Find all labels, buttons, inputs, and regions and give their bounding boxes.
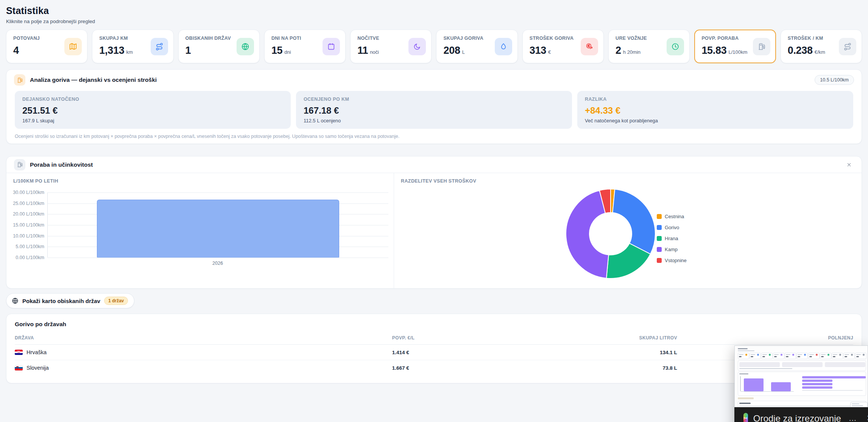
map-icon [64,38,82,55]
thumb-shape [774,354,779,355]
legend-label: Vstopnine [665,258,687,263]
gridline [48,258,388,258]
fuel-analysis-cards: DEJANSKO NATOČENO251.51 €167.9 L skupajO… [15,91,853,129]
thumb-shape [774,356,777,357]
stat-card-skupaj-goriva[interactable]: SKUPAJ GORIVA208L [436,30,517,63]
route-icon [155,42,164,51]
thumb-shape [739,374,748,374]
stat-card-unit: km [126,49,132,55]
stat-card-label: OBISKANIH DRŽAV [185,36,231,41]
fuel-pump-icon [14,74,25,86]
close-icon[interactable] [844,160,854,170]
thumb-shape [863,354,865,356]
route-icon [151,38,168,55]
stat-card-value: 0.238 [788,45,813,56]
thumb-shape [804,354,806,356]
thumb-shape [821,354,826,355]
thumb-shape [782,362,823,367]
fuel-pump-icon [14,159,25,170]
cost-donut-chart: RAZDELITEV VSEH STROŠKOV CestninaGorivoH… [394,173,862,289]
stat-card-text: DNI NA POTI15dni [271,36,301,63]
legend-swatch [657,247,662,252]
snip-screenshot-thumbnail[interactable] [734,345,868,407]
legend-label: Kamp [665,247,678,252]
thumb-shape [769,354,771,356]
thumb-shape [786,354,790,355]
table-title: Gorivo po državah [15,314,853,332]
liters-cell: 73.8 L [510,365,677,371]
fuel-analysis-card-razlika: RAZLIKA+84.33 €Več natočenega kot porabl… [577,91,853,129]
avg-price-cell: 1.667 € [392,365,510,371]
column-header-skupaj-litrov: SKUPAJ LITROV [510,335,677,341]
stat-card-value-row: 2h 20min [616,45,647,56]
gridline [48,192,388,193]
fuel-card-label: DEJANSKO NATOČENO [22,97,283,102]
si-flag-icon [15,365,23,370]
fuel-card-sub: 112.5 L ocenjeno [304,118,564,123]
stat-card-ure-vo-nje[interactable]: URE VOŽNJE2h 20min [608,30,690,63]
legend-item-gorivo[interactable]: Gorivo [657,222,687,233]
y-tick-label: 20.00 L/100km [13,211,44,217]
thumb-shape [744,378,764,391]
thumb-shape [739,362,780,367]
thumb-shape [792,354,794,356]
table-body: Hrvaška1.414 €134.1 LSlovenija1.667 €73.… [15,345,853,375]
donut-slice-gorivo[interactable] [612,189,655,254]
stat-card-dni-na-poti[interactable]: DNI NA POTI15dni [264,30,346,63]
stat-card-stro-ek-goriva[interactable]: STROŠEK GORIVA313€ [522,30,604,63]
legend-item-vstopnine[interactable]: Vstopnine [657,255,687,266]
page-subtitle: Kliknite na polje za podrobnejši pregled [6,19,862,24]
stat-card-stro-ek-km[interactable]: STROŠEK / KM0.238€/km [781,30,862,63]
route-icon [843,42,852,51]
thumb-shape [833,356,835,357]
stat-card-value: 208 [443,45,460,56]
donut-slice-kamp[interactable] [566,191,609,278]
moon-icon [413,42,421,51]
table-row-hrva-ka: Hrvaška1.414 €134.1 L [15,345,853,360]
stat-card-povp-poraba[interactable]: POVP. PORABA15.83L/100km [694,30,776,63]
stat-card-no-itve[interactable]: NOČITVE11noči [350,30,432,63]
stat-card-obiskanih-dr-av[interactable]: OBISKANIH DRŽAV1 [178,30,260,63]
thumb-shape [751,356,753,357]
x-tick-label: 2026 [212,261,223,266]
clock-icon [671,42,679,51]
stat-card-label: SKUPAJ GORIVA [443,36,483,41]
thumb-shape [802,390,863,391]
thumb-shape [852,405,863,406]
fuel-analysis-panel: Analiza goriva — dejanski vs ocenjeni st… [6,69,862,144]
stat-card-label: SKUPAJ KM [99,36,132,41]
calendar-icon [327,42,335,51]
stat-card-skupaj-km[interactable]: SKUPAJ KM1,313km [92,30,173,63]
legend-label: Gorivo [665,225,679,230]
map-button-label: Pokaži karto obiskanih držav [22,298,100,304]
stat-card-potovanj[interactable]: POTOVANJ4 [6,30,87,63]
close-icon[interactable]: ✕ [864,414,868,422]
legend-item-hrana[interactable]: Hrana [657,233,687,244]
thumb-shape [740,376,741,391]
stat-card-value-row: 1 [185,45,231,56]
thumb-shape [816,354,818,356]
route-icon [839,38,856,55]
bar-2026[interactable] [97,200,339,258]
stat-card-label: POTOVANJ [13,36,40,41]
thumb-shape [738,348,748,349]
stat-card-text: SKUPAJ GORIVA208L [443,36,483,63]
globe-icon [237,38,254,55]
legend-item-cestnina[interactable]: Cestnina [657,211,687,222]
legend-item-kamp[interactable]: Kamp [657,244,687,255]
y-tick-label: 15.00 L/100km [13,222,44,228]
thumb-shape [771,382,791,391]
thumb-shape [751,354,755,355]
legend-swatch [657,214,662,219]
stat-card-text: URE VOŽNJE2h 20min [616,36,647,63]
globe-icon [12,297,19,304]
thumb-shape [852,403,859,404]
thumb-shape [739,406,862,406]
show-countries-map-button[interactable]: Pokaži karto obiskanih držav 1 držav [6,293,134,308]
stat-card-value: 2 [616,45,621,56]
legend-swatch [657,258,662,263]
map-icon [69,42,77,51]
fuel-analysis-title: Analiza goriva — dejanski vs ocenjeni st… [30,77,157,83]
more-options-icon[interactable]: … [846,414,859,422]
stat-card-label: STROŠEK GORIVA [530,36,573,41]
